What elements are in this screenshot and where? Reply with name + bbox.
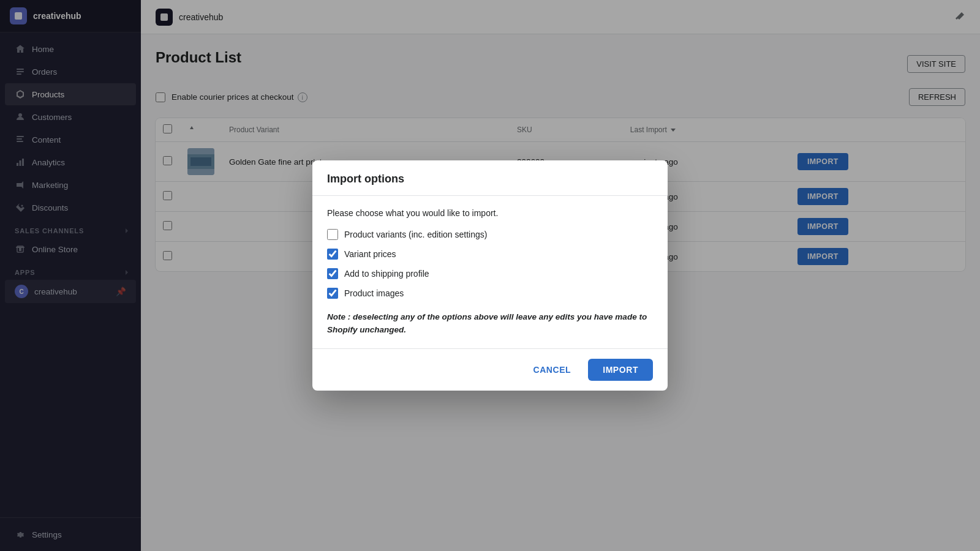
modal-title: Import options <box>327 173 653 186</box>
modal-footer: CANCEL IMPORT <box>312 348 668 391</box>
modal-description: Please choose what you would like to imp… <box>327 208 653 218</box>
option-product-variants-label[interactable]: Product variants (inc. edition settings) <box>344 230 487 239</box>
modal-header: Import options <box>312 160 668 196</box>
option-shipping-profile-label[interactable]: Add to shipping profile <box>344 269 429 279</box>
option-product-images-label[interactable]: Product images <box>344 288 404 298</box>
import-options-modal: Import options Please choose what you wo… <box>312 160 668 391</box>
modal-import-button[interactable]: IMPORT <box>588 359 653 381</box>
option-variant-prices: Variant prices <box>327 249 653 260</box>
modal-body: Please choose what you would like to imp… <box>312 196 668 348</box>
option-product-images-checkbox[interactable] <box>327 288 338 299</box>
modal-overlay[interactable]: Import options Please choose what you wo… <box>0 0 980 551</box>
option-variant-prices-checkbox[interactable] <box>327 249 338 260</box>
option-product-variants: Product variants (inc. edition settings) <box>327 229 653 240</box>
modal-note: Note : deselecting any of the options ab… <box>327 311 653 336</box>
option-product-variants-checkbox[interactable] <box>327 229 338 240</box>
cancel-button[interactable]: CANCEL <box>523 360 581 380</box>
option-variant-prices-label[interactable]: Variant prices <box>344 249 396 259</box>
option-shipping-profile: Add to shipping profile <box>327 268 653 279</box>
option-product-images: Product images <box>327 288 653 299</box>
option-shipping-profile-checkbox[interactable] <box>327 268 338 279</box>
